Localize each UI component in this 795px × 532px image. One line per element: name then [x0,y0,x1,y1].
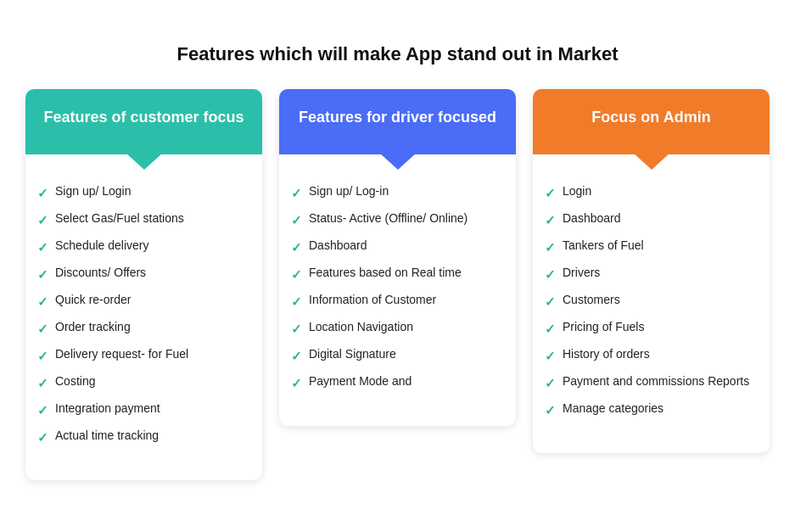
feature-text: Integration payment [55,400,160,417]
list-item: ✓Digital Signature [291,346,502,365]
list-item: ✓Manage categories [545,400,756,419]
list-item: ✓Actual time tracking [37,428,249,446]
feature-text: Actual time tracking [55,428,159,445]
check-icon: ✓ [545,374,556,392]
customer-header: Features of customer focus [25,89,262,154]
feature-text: Status- Active (Offline/ Online) [309,210,467,227]
list-item: ✓Discounts/ Offers [37,265,249,283]
check-icon: ✓ [545,293,556,311]
list-item: ✓Location Navigation [291,319,502,338]
check-icon: ✓ [37,211,48,229]
list-item: ✓Costing [37,373,249,392]
admin-feature-list: ✓Login✓Dashboard✓Tankers of Fuel✓Drivers… [533,158,770,436]
check-icon: ✓ [291,238,302,256]
list-item: ✓Delivery request- for Fuel [37,346,249,365]
feature-text: Quick re-order [55,292,131,309]
list-item: ✓Order tracking [37,319,249,338]
feature-text: Login [563,183,591,200]
list-item: ✓Features based on Real time [291,265,502,283]
check-icon: ✓ [37,184,48,202]
feature-text: Information of Customer [309,292,436,309]
check-icon: ✓ [291,347,302,365]
feature-text: Costing [55,373,95,390]
list-item: ✓Sign up/ Login [37,183,249,202]
columns-container: Features of customer focus ✓Sign up/ Log… [25,89,770,480]
check-icon: ✓ [545,320,556,338]
check-icon: ✓ [291,374,302,392]
feature-text: Tankers of Fuel [563,238,644,255]
check-icon: ✓ [37,428,48,446]
list-item: ✓Schedule delivery [37,238,249,256]
customer-feature-list: ✓Sign up/ Login✓Select Gas/Fuel stations… [25,158,262,463]
list-item: ✓Customers [545,292,756,311]
check-icon: ✓ [291,211,302,229]
feature-text: Order tracking [55,319,131,336]
list-item: ✓Status- Active (Offline/ Online) [291,210,502,229]
list-item: ✓Integration payment [37,400,249,419]
feature-text: Digital Signature [309,346,396,363]
check-icon: ✓ [545,238,556,256]
list-item: ✓Select Gas/Fuel stations [37,210,249,229]
list-item: ✓Pricing of Fuels [545,319,756,338]
admin-header-label: Focus on Admin [591,109,710,126]
driver-header: Features for driver focused [279,89,516,154]
check-icon: ✓ [291,184,302,202]
check-icon: ✓ [545,266,556,283]
feature-text: Dashboard [309,238,367,255]
feature-text: Drivers [563,265,600,282]
list-item: ✓Drivers [545,265,756,283]
feature-text: Discounts/ Offers [55,265,146,282]
feature-text: History of orders [563,346,650,363]
list-item: ✓Sign up/ Log-in [291,183,502,202]
feature-text: Payment Mode and [309,373,411,390]
list-item: ✓Dashboard [545,210,756,229]
check-icon: ✓ [291,320,302,338]
check-icon: ✓ [37,320,48,338]
page-wrapper: Features which will make App stand out i… [0,18,795,514]
feature-text: Select Gas/Fuel stations [55,210,184,227]
list-item: ✓Dashboard [291,238,502,256]
list-item: ✓Quick re-order [37,292,249,311]
list-item: ✓Payment and commissions Reports [545,373,756,392]
check-icon: ✓ [37,293,48,311]
main-title: Features which will make App stand out i… [25,43,770,65]
check-icon: ✓ [291,266,302,283]
check-icon: ✓ [545,401,556,419]
feature-text: Delivery request- for Fuel [55,346,188,363]
driver-header-label: Features for driver focused [299,109,496,126]
check-icon: ✓ [37,374,48,392]
check-icon: ✓ [37,266,48,283]
list-item: ✓Tankers of Fuel [545,238,756,256]
feature-text: Schedule delivery [55,238,149,255]
customer-column: Features of customer focus ✓Sign up/ Log… [25,89,262,480]
feature-text: Pricing of Fuels [563,319,644,336]
feature-text: Manage categories [563,400,663,417]
check-icon: ✓ [37,401,48,419]
feature-text: Sign up/ Login [55,183,132,200]
feature-text: Features based on Real time [309,265,462,282]
check-icon: ✓ [545,211,556,229]
feature-text: Payment and commissions Reports [563,373,749,390]
list-item: ✓Information of Customer [291,292,502,311]
list-item: ✓History of orders [545,346,756,365]
admin-header: Focus on Admin [533,89,770,154]
check-icon: ✓ [545,184,556,202]
feature-text: Customers [563,292,620,309]
check-icon: ✓ [291,293,302,311]
feature-text: Sign up/ Log-in [309,183,389,200]
driver-column: Features for driver focused ✓Sign up/ Lo… [279,89,516,426]
customer-header-label: Features of customer focus [43,109,244,126]
check-icon: ✓ [545,347,556,365]
feature-text: Dashboard [563,210,621,227]
check-icon: ✓ [37,347,48,365]
feature-text: Location Navigation [309,319,413,336]
list-item: ✓Payment Mode and [291,373,502,392]
list-item: ✓Login [545,183,756,202]
check-icon: ✓ [37,238,48,256]
admin-column: Focus on Admin ✓Login✓Dashboard✓Tankers … [533,89,770,453]
driver-feature-list: ✓Sign up/ Log-in✓Status- Active (Offline… [279,158,516,409]
